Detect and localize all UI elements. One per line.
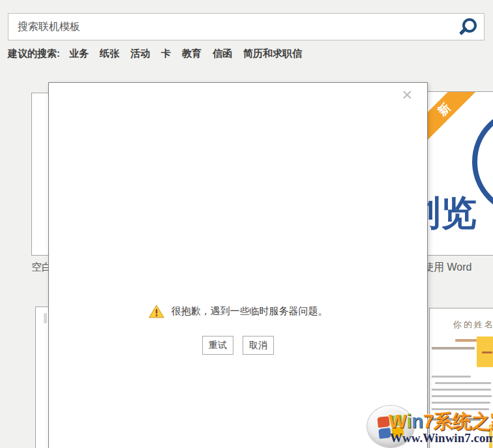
suggested-link-cards[interactable]: 卡 bbox=[161, 48, 171, 60]
cancel-button[interactable]: 取消 bbox=[243, 336, 274, 355]
brand-letter: 7 bbox=[423, 411, 434, 432]
suggested-link-education[interactable]: 教育 bbox=[182, 48, 202, 60]
resume-subcaption-line bbox=[432, 347, 475, 350]
search-box bbox=[8, 13, 485, 40]
error-message-text: 很抱歉，遇到一些临时服务器问题。 bbox=[172, 305, 328, 318]
resume-text-line bbox=[432, 395, 492, 397]
resume-caption-line bbox=[455, 339, 477, 342]
resume-text-line bbox=[435, 382, 491, 384]
winwin7-watermark: Win7系统之家 Www.Winwin7.com bbox=[363, 402, 493, 448]
resume-text-line bbox=[432, 376, 471, 378]
suggested-link-letters[interactable]: 信函 bbox=[213, 48, 232, 60]
template-preview-mark bbox=[44, 313, 47, 323]
warning-icon bbox=[149, 305, 164, 318]
brand-site-name: 系统之家 bbox=[434, 411, 493, 432]
suggested-link-business[interactable]: 业务 bbox=[69, 48, 89, 60]
error-message-row: 很抱歉，遇到一些临时服务器问题。 bbox=[49, 305, 427, 318]
watermark-url-text: Www.Winwin7.com bbox=[390, 431, 493, 445]
welcome-template-preview-title: 浏览 bbox=[421, 190, 477, 237]
suggested-link-resume[interactable]: 简历和求职信 bbox=[243, 48, 302, 60]
search-input[interactable] bbox=[16, 20, 459, 33]
windows-flag-pane-red bbox=[377, 416, 390, 427]
search-icon[interactable] bbox=[459, 16, 479, 37]
suggested-searches-row: 建议的搜索: 业务 纸张 活动 卡 教育 信函 简历和求职信 bbox=[8, 48, 313, 60]
resume-yellow-block-text bbox=[482, 351, 492, 353]
resume-name-text: 你的姓名 bbox=[453, 319, 493, 331]
brand-letter: W bbox=[389, 411, 406, 432]
new-badge-ribbon: 新 bbox=[421, 91, 484, 149]
resume-text-line bbox=[432, 389, 491, 391]
server-error-dialog: ✕ 很抱歉，遇到一些临时服务器问题。 重试 取消 bbox=[48, 82, 428, 448]
brand-letter: i bbox=[406, 411, 411, 432]
retry-button[interactable]: 重试 bbox=[202, 336, 233, 355]
word-new-template-screen: 建议的搜索: 业务 纸张 活动 卡 教育 信函 简历和求职信 新 浏览 空白文档… bbox=[0, 0, 493, 448]
suggested-link-events[interactable]: 活动 bbox=[130, 48, 150, 60]
brand-letter: n bbox=[411, 411, 423, 432]
suggested-link-paper[interactable]: 纸张 bbox=[100, 48, 119, 60]
suggested-searches-label: 建议的搜索: bbox=[8, 48, 60, 60]
close-icon[interactable]: ✕ bbox=[401, 88, 413, 102]
template-card-welcome-word[interactable]: 新 浏览 bbox=[421, 91, 493, 256]
new-badge-label: 新 bbox=[434, 100, 454, 119]
dialog-buttons-row: 重试 取消 bbox=[49, 336, 427, 355]
